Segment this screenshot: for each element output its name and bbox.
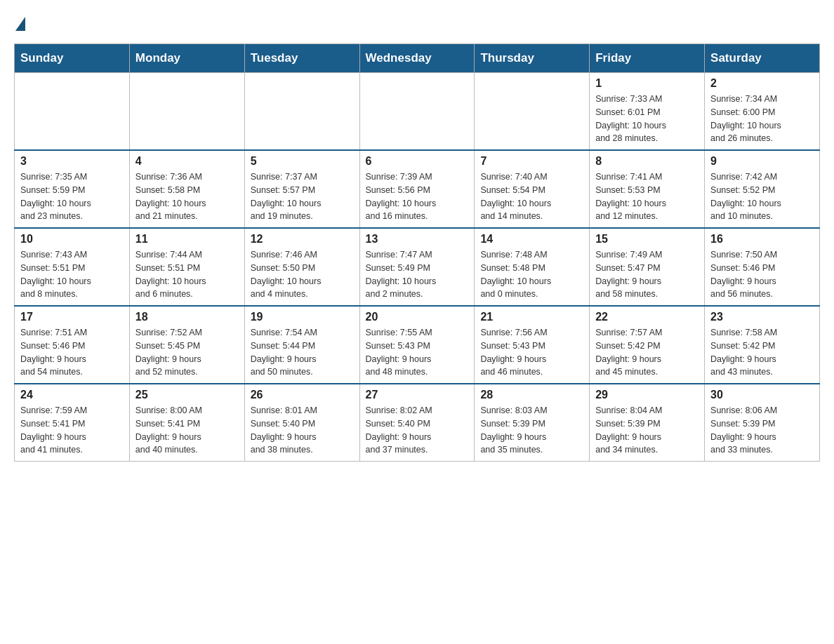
calendar-cell xyxy=(129,73,244,151)
weekday-header-wednesday: Wednesday xyxy=(359,44,475,73)
calendar-row-1: 3Sunrise: 7:35 AM Sunset: 5:59 PM Daylig… xyxy=(15,150,820,228)
calendar-row-4: 24Sunrise: 7:59 AM Sunset: 5:41 PM Dayli… xyxy=(15,384,820,462)
weekday-header-thursday: Thursday xyxy=(475,44,590,73)
calendar-cell: 24Sunrise: 7:59 AM Sunset: 5:41 PM Dayli… xyxy=(15,384,130,462)
day-number: 9 xyxy=(710,155,814,168)
day-info: Sunrise: 7:49 AM Sunset: 5:47 PM Dayligh… xyxy=(595,248,699,301)
day-info: Sunrise: 8:03 AM Sunset: 5:39 PM Dayligh… xyxy=(480,404,583,457)
day-info: Sunrise: 7:44 AM Sunset: 5:51 PM Dayligh… xyxy=(135,248,239,301)
day-number: 19 xyxy=(251,311,354,323)
day-number: 5 xyxy=(251,155,354,168)
day-info: Sunrise: 7:35 AM Sunset: 5:59 PM Dayligh… xyxy=(20,170,124,223)
day-info: Sunrise: 8:04 AM Sunset: 5:39 PM Dayligh… xyxy=(595,404,699,457)
day-number: 28 xyxy=(480,389,583,401)
day-info: Sunrise: 8:02 AM Sunset: 5:40 PM Dayligh… xyxy=(366,404,469,457)
calendar-cell: 1Sunrise: 7:33 AM Sunset: 6:01 PM Daylig… xyxy=(590,73,705,151)
calendar-cell: 10Sunrise: 7:43 AM Sunset: 5:51 PM Dayli… xyxy=(15,228,130,306)
logo-triangle-icon xyxy=(15,17,25,31)
calendar-row-0: 1Sunrise: 7:33 AM Sunset: 6:01 PM Daylig… xyxy=(15,73,820,151)
day-number: 18 xyxy=(135,311,239,323)
calendar-cell xyxy=(359,73,475,151)
day-number: 10 xyxy=(20,233,124,246)
weekday-header-saturday: Saturday xyxy=(705,44,820,73)
calendar-cell: 15Sunrise: 7:49 AM Sunset: 5:47 PM Dayli… xyxy=(590,228,705,306)
day-info: Sunrise: 7:59 AM Sunset: 5:41 PM Dayligh… xyxy=(20,404,124,457)
day-number: 16 xyxy=(710,233,814,246)
calendar-cell xyxy=(244,73,359,151)
calendar-cell: 11Sunrise: 7:44 AM Sunset: 5:51 PM Dayli… xyxy=(129,228,244,306)
calendar-cell: 3Sunrise: 7:35 AM Sunset: 5:59 PM Daylig… xyxy=(15,150,130,228)
day-info: Sunrise: 7:54 AM Sunset: 5:44 PM Dayligh… xyxy=(251,326,354,379)
day-number: 22 xyxy=(595,311,699,323)
weekday-header-monday: Monday xyxy=(129,44,244,73)
day-info: Sunrise: 7:34 AM Sunset: 6:00 PM Dayligh… xyxy=(710,93,814,145)
day-number: 13 xyxy=(366,233,469,246)
calendar-cell: 4Sunrise: 7:36 AM Sunset: 5:58 PM Daylig… xyxy=(129,150,244,228)
day-info: Sunrise: 7:57 AM Sunset: 5:42 PM Dayligh… xyxy=(595,326,699,379)
day-number: 27 xyxy=(366,389,469,401)
day-number: 21 xyxy=(480,311,583,323)
calendar-cell: 21Sunrise: 7:56 AM Sunset: 5:43 PM Dayli… xyxy=(475,306,590,384)
calendar-cell: 6Sunrise: 7:39 AM Sunset: 5:56 PM Daylig… xyxy=(359,150,475,228)
day-number: 11 xyxy=(135,233,239,246)
calendar-cell: 12Sunrise: 7:46 AM Sunset: 5:50 PM Dayli… xyxy=(244,228,359,306)
calendar-cell: 8Sunrise: 7:41 AM Sunset: 5:53 PM Daylig… xyxy=(590,150,705,228)
calendar-cell: 26Sunrise: 8:01 AM Sunset: 5:40 PM Dayli… xyxy=(244,384,359,462)
day-info: Sunrise: 7:56 AM Sunset: 5:43 PM Dayligh… xyxy=(480,326,583,379)
calendar-cell: 18Sunrise: 7:52 AM Sunset: 5:45 PM Dayli… xyxy=(129,306,244,384)
day-info: Sunrise: 7:41 AM Sunset: 5:53 PM Dayligh… xyxy=(595,170,699,223)
calendar-cell: 7Sunrise: 7:40 AM Sunset: 5:54 PM Daylig… xyxy=(475,150,590,228)
weekday-header-friday: Friday xyxy=(590,44,705,73)
calendar-cell: 28Sunrise: 8:03 AM Sunset: 5:39 PM Dayli… xyxy=(475,384,590,462)
day-number: 24 xyxy=(20,389,124,401)
day-number: 17 xyxy=(20,311,124,323)
calendar-cell: 5Sunrise: 7:37 AM Sunset: 5:57 PM Daylig… xyxy=(244,150,359,228)
day-number: 26 xyxy=(251,389,354,401)
calendar-cell xyxy=(15,73,130,151)
day-info: Sunrise: 7:48 AM Sunset: 5:48 PM Dayligh… xyxy=(480,248,583,301)
day-info: Sunrise: 7:58 AM Sunset: 5:42 PM Dayligh… xyxy=(710,326,814,379)
day-info: Sunrise: 7:55 AM Sunset: 5:43 PM Dayligh… xyxy=(366,326,469,379)
weekday-header-tuesday: Tuesday xyxy=(244,44,359,73)
weekday-header-row: SundayMondayTuesdayWednesdayThursdayFrid… xyxy=(15,44,820,73)
calendar-cell: 27Sunrise: 8:02 AM Sunset: 5:40 PM Dayli… xyxy=(359,384,475,462)
day-info: Sunrise: 7:39 AM Sunset: 5:56 PM Dayligh… xyxy=(366,170,469,223)
day-number: 6 xyxy=(366,155,469,168)
day-info: Sunrise: 7:52 AM Sunset: 5:45 PM Dayligh… xyxy=(135,326,239,379)
day-info: Sunrise: 7:40 AM Sunset: 5:54 PM Dayligh… xyxy=(480,170,583,223)
day-info: Sunrise: 7:43 AM Sunset: 5:51 PM Dayligh… xyxy=(20,248,124,301)
day-number: 25 xyxy=(135,389,239,401)
day-info: Sunrise: 7:33 AM Sunset: 6:01 PM Dayligh… xyxy=(595,93,699,145)
day-info: Sunrise: 7:47 AM Sunset: 5:49 PM Dayligh… xyxy=(366,248,469,301)
day-number: 23 xyxy=(710,311,814,323)
day-number: 20 xyxy=(366,311,469,323)
calendar-table: SundayMondayTuesdayWednesdayThursdayFrid… xyxy=(14,43,820,462)
calendar-cell: 16Sunrise: 7:50 AM Sunset: 5:46 PM Dayli… xyxy=(705,228,820,306)
day-number: 15 xyxy=(595,233,699,246)
calendar-cell: 14Sunrise: 7:48 AM Sunset: 5:48 PM Dayli… xyxy=(475,228,590,306)
day-info: Sunrise: 7:42 AM Sunset: 5:52 PM Dayligh… xyxy=(710,170,814,223)
calendar-cell: 17Sunrise: 7:51 AM Sunset: 5:46 PM Dayli… xyxy=(15,306,130,384)
calendar-cell: 25Sunrise: 8:00 AM Sunset: 5:41 PM Dayli… xyxy=(129,384,244,462)
calendar-cell xyxy=(475,73,590,151)
day-number: 30 xyxy=(710,389,814,401)
calendar-cell: 13Sunrise: 7:47 AM Sunset: 5:49 PM Dayli… xyxy=(359,228,475,306)
logo xyxy=(14,14,25,29)
day-number: 14 xyxy=(480,233,583,246)
calendar-cell: 30Sunrise: 8:06 AM Sunset: 5:39 PM Dayli… xyxy=(705,384,820,462)
day-number: 4 xyxy=(135,155,239,168)
day-number: 1 xyxy=(595,77,699,90)
weekday-header-sunday: Sunday xyxy=(15,44,130,73)
day-number: 3 xyxy=(20,155,124,168)
calendar-cell: 22Sunrise: 7:57 AM Sunset: 5:42 PM Dayli… xyxy=(590,306,705,384)
day-info: Sunrise: 8:00 AM Sunset: 5:41 PM Dayligh… xyxy=(135,404,239,457)
calendar-row-3: 17Sunrise: 7:51 AM Sunset: 5:46 PM Dayli… xyxy=(15,306,820,384)
calendar-cell: 29Sunrise: 8:04 AM Sunset: 5:39 PM Dayli… xyxy=(590,384,705,462)
day-number: 2 xyxy=(710,77,814,90)
page-header xyxy=(14,14,820,29)
day-number: 29 xyxy=(595,389,699,401)
calendar-cell: 23Sunrise: 7:58 AM Sunset: 5:42 PM Dayli… xyxy=(705,306,820,384)
day-info: Sunrise: 8:06 AM Sunset: 5:39 PM Dayligh… xyxy=(710,404,814,457)
calendar-row-2: 10Sunrise: 7:43 AM Sunset: 5:51 PM Dayli… xyxy=(15,228,820,306)
calendar-cell: 19Sunrise: 7:54 AM Sunset: 5:44 PM Dayli… xyxy=(244,306,359,384)
